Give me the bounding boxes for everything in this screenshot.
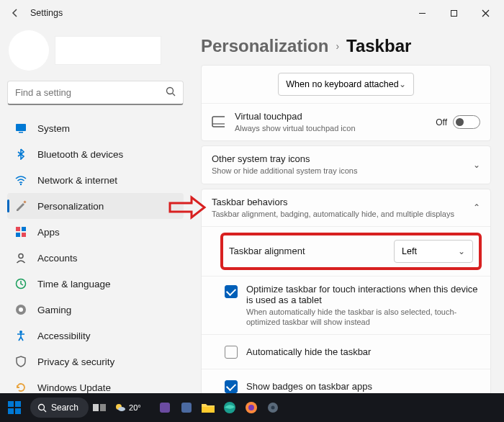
alignment-dropdown[interactable]: Left ⌄: [394, 240, 473, 263]
shield-icon: [14, 355, 27, 368]
svg-rect-25: [93, 404, 99, 411]
badges-checkbox[interactable]: [225, 380, 238, 393]
sidebar-item-gaming[interactable]: Gaming: [7, 297, 184, 323]
svg-rect-10: [16, 233, 20, 237]
account-icon: [14, 251, 27, 264]
row-title: Virtual touchpad: [235, 111, 436, 122]
system-icon: [14, 122, 27, 135]
checkbox-label: Automatically hide the taskbar: [246, 346, 371, 357]
sidebar-item-privacy[interactable]: Privacy & security: [7, 349, 184, 374]
minimize-button[interactable]: [406, 2, 438, 24]
os-taskbar: Search 20°: [0, 393, 504, 422]
svg-rect-30: [181, 403, 192, 413]
breadcrumb-parent[interactable]: Personalization: [201, 36, 328, 56]
svg-point-2: [167, 88, 174, 94]
svg-rect-26: [100, 404, 106, 411]
alignment-label: Taskbar alignment: [229, 246, 394, 256]
dropdown-value: When no keyboard attached: [286, 79, 398, 89]
chevron-up-icon: ⌃: [473, 202, 480, 212]
svg-line-3: [173, 94, 176, 96]
checkbox-label: Optimize taskbar for touch interactions …: [246, 284, 480, 305]
virtual-touchpad-toggle[interactable]: [453, 115, 480, 129]
chevron-right-icon: ›: [336, 40, 339, 52]
sidebar-item-label: Windows Update: [37, 382, 111, 393]
task-view-button[interactable]: [89, 393, 110, 422]
taskbar-behaviors-expander[interactable]: Taskbar behaviors Taskbar alignment, bad…: [202, 189, 490, 226]
paint-icon: [14, 199, 27, 212]
sidebar-item-label: Gaming: [37, 305, 71, 315]
update-icon: [14, 381, 27, 393]
weather-widget[interactable]: 20°: [114, 402, 141, 413]
settings-icon[interactable]: [262, 393, 284, 422]
search-input[interactable]: [15, 87, 166, 98]
apps-icon: [14, 225, 27, 238]
row-subtitle: Always show virtual touchpad icon: [235, 123, 436, 133]
sidebar-item-accessibility[interactable]: Accessibility: [7, 323, 184, 349]
profile-header[interactable]: [9, 30, 184, 71]
highlight-annotation: Taskbar alignment Left ⌄: [222, 234, 480, 269]
svg-point-36: [271, 406, 274, 410]
close-button[interactable]: [469, 2, 501, 24]
taskbar-app-icon[interactable]: [176, 393, 197, 422]
tray-icons-expander[interactable]: Other system tray icons Show or hide add…: [202, 146, 490, 183]
maximize-button[interactable]: [438, 2, 469, 24]
firefox-icon[interactable]: [240, 393, 262, 422]
svg-rect-31: [202, 407, 215, 413]
sidebar-item-label: Privacy & security: [37, 356, 114, 367]
sidebar-item-label: System: [37, 123, 70, 134]
taskbar-app-icon[interactable]: [154, 393, 176, 422]
svg-rect-7: [23, 200, 26, 203]
row-subtitle: Taskbar alignment, badging, automaticall…: [212, 209, 473, 219]
accessibility-icon: [14, 329, 27, 342]
sidebar-item-label: Personalization: [37, 201, 104, 212]
taskbar-search[interactable]: Search: [30, 398, 89, 418]
svg-point-15: [19, 307, 23, 312]
checkbox-sublabel: When automatically hide the taskbar is a…: [246, 307, 480, 328]
sidebar-item-label: Time & language: [37, 279, 111, 289]
sidebar-item-apps[interactable]: Apps: [7, 219, 184, 245]
avatar: [9, 30, 49, 71]
sidebar-item-label: Bluetooth & devices: [37, 149, 123, 160]
touch-optimize-checkbox[interactable]: [225, 285, 238, 298]
checkbox-label: Show badges on taskbar apps: [246, 381, 372, 392]
row-title: Other system tray icons: [212, 153, 473, 164]
main-panel: Personalization › Taskbar When no keyboa…: [191, 26, 504, 393]
sidebar-item-time[interactable]: Time & language: [7, 271, 184, 297]
svg-point-34: [248, 405, 254, 410]
sidebar-item-system[interactable]: System: [7, 115, 184, 141]
file-explorer-icon[interactable]: [197, 393, 219, 422]
svg-rect-29: [160, 403, 170, 413]
svg-rect-8: [16, 227, 20, 231]
arrow-left-icon: [10, 8, 20, 18]
svg-rect-4: [16, 124, 26, 131]
breadcrumb: Personalization › Taskbar: [201, 36, 491, 56]
chevron-down-icon: ⌄: [473, 160, 480, 170]
start-button[interactable]: [0, 393, 29, 422]
sidebar-item-personalization[interactable]: Personalization: [7, 193, 184, 219]
sidebar-item-network[interactable]: Network & internet: [7, 167, 184, 193]
row-title: Taskbar behaviors: [212, 197, 473, 207]
sidebar-item-update[interactable]: Windows Update: [7, 374, 184, 393]
dropdown-value: Left: [402, 246, 417, 256]
search-input-wrap[interactable]: [7, 81, 184, 105]
wifi-icon: [14, 174, 27, 187]
edge-icon[interactable]: [219, 393, 240, 422]
sidebar-item-label: Apps: [37, 227, 60, 238]
svg-rect-5: [19, 132, 23, 133]
search-icon: [37, 403, 47, 413]
svg-point-12: [19, 254, 23, 259]
toggle-label: Off: [436, 117, 447, 127]
window-title: Settings: [30, 8, 63, 18]
svg-point-6: [20, 184, 22, 185]
search-icon: [166, 86, 176, 99]
autohide-checkbox[interactable]: [225, 346, 238, 359]
keyboard-dropdown[interactable]: When no keyboard attached ⌄: [278, 73, 413, 96]
row-subtitle: Show or hide additional system tray icon…: [212, 166, 473, 176]
sidebar-item-accounts[interactable]: Accounts: [7, 245, 184, 271]
back-button[interactable]: [3, 1, 27, 25]
sidebar-item-label: Accounts: [37, 253, 78, 264]
breadcrumb-current: Taskbar: [346, 36, 411, 56]
sidebar-item-bluetooth[interactable]: Bluetooth & devices: [7, 141, 184, 167]
svg-rect-20: [15, 401, 21, 407]
bluetooth-icon: [14, 148, 27, 161]
